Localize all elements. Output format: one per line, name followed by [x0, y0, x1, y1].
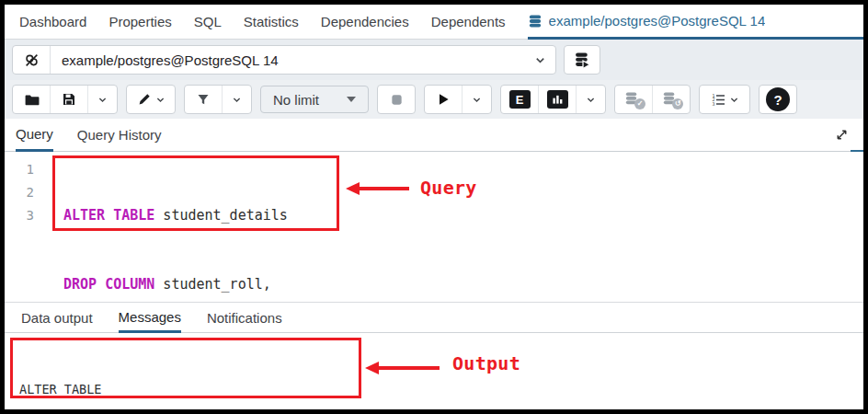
transaction-group: ✓ ↺	[614, 85, 691, 114]
undo-arrow-icon: ↺	[672, 98, 683, 109]
save-file-button[interactable]	[51, 86, 88, 113]
chevron-down-icon	[155, 95, 166, 105]
tab-label: SQL	[194, 14, 222, 29]
tab-label: Statistics	[244, 14, 299, 29]
row-limit-value: No limit	[273, 92, 319, 108]
arrow-head-icon	[365, 362, 379, 374]
code-line: DROP COLUMN student_roll,	[63, 273, 288, 296]
sql-keyword: DROP COLUMN	[63, 276, 154, 293]
line-number: 3	[5, 204, 34, 227]
rollback-icon: ↺	[662, 91, 680, 108]
query-annotation-label: Query	[420, 177, 477, 199]
query-toolbar: No limit E	[5, 80, 863, 119]
filter-group	[184, 85, 252, 114]
tab-dependencies[interactable]: Dependencies	[321, 5, 409, 39]
chevron-down-icon	[586, 95, 596, 105]
chevron-down-icon	[97, 95, 108, 105]
tab-query-tool-active[interactable]: example/postgres@PostgreSQL 14	[528, 5, 863, 40]
execute-group	[424, 85, 492, 114]
explain-icon: E	[509, 90, 531, 109]
expand-arrows-icon	[835, 128, 849, 142]
connection-bar: example/postgres@PostgreSQL 14	[5, 40, 863, 80]
pgadmin-query-tool-window: Dashboard Properties SQL Statistics Depe…	[0, 0, 868, 414]
explain-analyze-button[interactable]	[539, 86, 577, 113]
arrow-shaft	[360, 187, 409, 190]
database-new-connection-icon	[574, 52, 591, 69]
connection-status-icon	[13, 46, 51, 74]
tab-label: Dependencies	[321, 14, 409, 29]
execute-button[interactable]	[425, 86, 463, 113]
help-icon: ?	[766, 87, 790, 111]
query-annotation-box	[52, 155, 339, 231]
cancel-group	[377, 85, 416, 114]
tab-label: Query	[16, 126, 53, 142]
filter-button[interactable]	[185, 86, 223, 113]
explain-group: E	[500, 85, 606, 114]
play-icon	[436, 92, 451, 107]
new-connection-button[interactable]	[564, 45, 600, 75]
pencil-icon	[137, 92, 152, 107]
chevron-down-icon[interactable]	[524, 54, 555, 66]
connection-value: example/postgres@PostgreSQL 14	[51, 52, 524, 68]
database-icon	[528, 14, 542, 29]
cancel-query-button[interactable]	[378, 86, 415, 113]
chevron-down-icon	[472, 95, 482, 105]
commit-button[interactable]: ✓	[615, 86, 653, 113]
sql-text: student_roll,	[154, 276, 270, 293]
tab-label: Properties	[108, 14, 171, 29]
tab-query-history[interactable]: Query History	[77, 119, 162, 151]
folder-icon	[24, 92, 40, 108]
tab-properties[interactable]: Properties	[108, 5, 171, 39]
arrow-shaft	[379, 366, 440, 370]
line-number: 2	[5, 181, 34, 204]
arrow-head-icon	[346, 182, 360, 195]
line-number: 1	[5, 158, 34, 181]
filter-icon	[196, 92, 211, 107]
sql-editor[interactable]: 1 2 3 ALTER TABLE student_details DROP C…	[5, 152, 863, 302]
file-group	[12, 85, 118, 114]
output-annotation-box	[10, 338, 361, 398]
tab-sql[interactable]: SQL	[194, 5, 222, 39]
messages-panel: ALTER TABLE Query returned successfully …	[5, 333, 863, 414]
tab-dependents[interactable]: Dependents	[431, 5, 506, 39]
bar-chart-icon	[547, 90, 568, 109]
expand-panel-button[interactable]	[835, 119, 849, 151]
editor-tabbar: Query Query History	[5, 119, 863, 152]
tab-query[interactable]: Query	[16, 119, 53, 152]
help-group: ?	[759, 85, 797, 114]
open-file-button[interactable]	[13, 86, 51, 113]
dropdown-arrow-icon	[347, 97, 356, 102]
chevron-down-icon	[729, 95, 739, 105]
save-options-button[interactable]	[88, 86, 117, 113]
check-icon: ✓	[634, 98, 645, 109]
numbered-list-icon: 123	[711, 92, 726, 108]
explain-button[interactable]: E	[501, 86, 539, 113]
query-annotation-arrow	[346, 182, 409, 195]
connection-select[interactable]: example/postgres@PostgreSQL 14	[12, 45, 556, 75]
tab-label: example/postgres@PostgreSQL 14	[549, 13, 766, 29]
svg-text:3: 3	[712, 100, 714, 106]
chevron-down-icon	[232, 95, 242, 105]
execute-options-button[interactable]	[463, 86, 491, 113]
tab-label: Dependents	[431, 14, 506, 29]
edit-menu-button[interactable]	[127, 86, 175, 113]
output-annotation-arrow	[365, 362, 440, 374]
row-limit-select[interactable]: No limit	[260, 86, 369, 113]
stop-icon	[390, 93, 404, 107]
save-icon	[62, 92, 76, 107]
object-tabbar: Dashboard Properties SQL Statistics Depe…	[5, 5, 863, 40]
edit-group	[126, 85, 176, 114]
output-annotation-label: Output	[452, 352, 520, 374]
tab-label: Dashboard	[19, 14, 86, 29]
commit-icon: ✓	[624, 91, 643, 108]
explain-options-button[interactable]	[577, 86, 605, 113]
macro-button[interactable]: 123	[700, 86, 749, 113]
filter-options-button[interactable]	[223, 86, 251, 113]
macro-group: 123	[699, 85, 750, 114]
help-button[interactable]: ?	[760, 86, 796, 113]
tab-dashboard[interactable]: Dashboard	[19, 5, 86, 39]
tab-label: Query History	[77, 127, 162, 143]
tab-statistics[interactable]: Statistics	[244, 5, 299, 39]
rollback-button[interactable]: ↺	[653, 86, 690, 113]
